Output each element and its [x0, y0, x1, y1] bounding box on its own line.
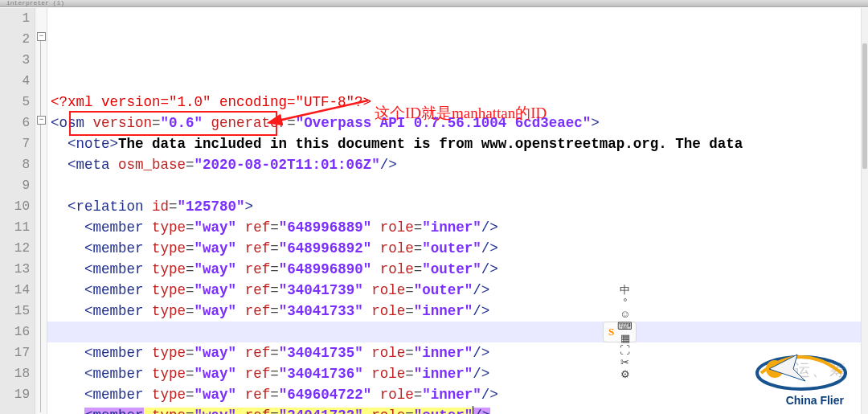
- line-number: 14: [0, 280, 30, 301]
- code-line: [51, 175, 862, 196]
- code-line: <member type="way" ref="34041732" role="…: [51, 405, 862, 414]
- line-number: 5: [0, 92, 30, 113]
- code-area[interactable]: <?xml version="1.0" encoding="UTF-8"?><o…: [47, 8, 862, 414]
- line-number: 16: [0, 322, 30, 342]
- line-number: 12: [0, 238, 30, 259]
- line-number: 18: [0, 363, 30, 384]
- annotation-text: 这个ID就是manhattan的ID: [375, 103, 547, 124]
- code-line: <member type="way" ref="34041736" role="…: [51, 363, 862, 384]
- line-number-gutter: 12345678910111213141516171819: [0, 8, 35, 414]
- line-number: 10: [0, 196, 30, 217]
- code-line: <member type="way" ref="648996890" role=…: [51, 259, 862, 280]
- fold-column: − −: [35, 8, 47, 414]
- line-number: 4: [0, 71, 30, 92]
- line-number: 2: [0, 29, 30, 50]
- line-number: 17: [0, 342, 30, 363]
- fold-toggle-icon[interactable]: −: [37, 116, 46, 125]
- code-line: <note>The data included in this document…: [51, 133, 862, 154]
- ime-toolbar[interactable]: S 中°☺⌨▦⛶✂⚙: [603, 322, 637, 342]
- line-number: 9: [0, 175, 30, 196]
- line-number: 7: [0, 133, 30, 154]
- ime-brand-icon: S: [608, 322, 614, 342]
- line-number: 8: [0, 154, 30, 175]
- code-line: <member type="way" ref="34041733" role="…: [51, 301, 862, 322]
- tab-bar: interpreter (1): [0, 0, 868, 7]
- code-line: <meta osm_base="2020-08-02T11:01:06Z"/>: [51, 154, 862, 175]
- code-line: <member type="way" ref="34041735" role="…: [51, 342, 862, 363]
- fold-toggle-icon[interactable]: −: [37, 32, 46, 41]
- line-number: 6: [0, 113, 30, 133]
- line-number: 13: [0, 259, 30, 280]
- active-tab-label[interactable]: interpreter (1): [6, 0, 64, 6]
- vertical-scrollbar[interactable]: [861, 8, 868, 414]
- code-line: <member type="way" ref="649604722" role=…: [51, 384, 862, 405]
- ime-button[interactable]: ⚙: [619, 368, 631, 380]
- line-number: 15: [0, 301, 30, 322]
- code-editor: 12345678910111213141516171819 − − <?xml …: [0, 8, 862, 414]
- code-line: <member type="way" ref="648996892" role=…: [51, 238, 862, 259]
- code-line: <member type="way" ref="34041739" role="…: [51, 280, 862, 301]
- line-number: 3: [0, 50, 30, 71]
- line-number: 1: [0, 8, 30, 29]
- code-line: <member type="way" ref="648996889" role=…: [51, 217, 862, 238]
- line-number: 19: [0, 384, 30, 405]
- line-number: 11: [0, 217, 30, 238]
- scrollbar-thumb[interactable]: [862, 43, 867, 169]
- current-line-highlight: [47, 322, 862, 342]
- code-line: <relation id="125780">: [51, 196, 862, 217]
